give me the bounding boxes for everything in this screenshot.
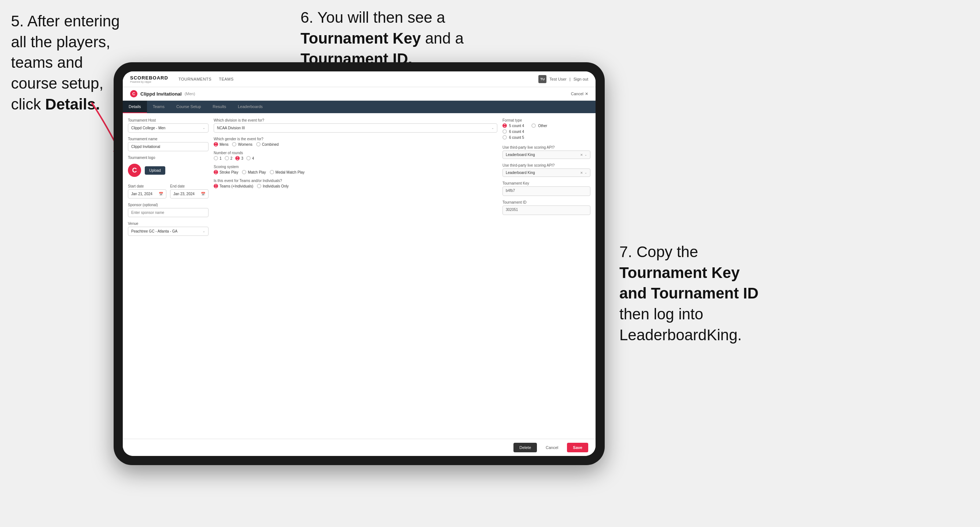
leaderboard-api2-arrow-icon: ⌄ [585,171,587,174]
leaderboard-api2-field: Use third-party live scoring API? Leader… [503,163,590,177]
rounds-4[interactable]: 4 [246,156,255,160]
rounds-3-radio[interactable] [235,156,240,160]
tournament-title: C Clippd Invitational (Men) [130,90,195,97]
tournament-header: C Clippd Invitational (Men) Cancel ✕ [123,87,595,101]
nav-tournaments[interactable]: TOURNAMENTS [178,77,212,81]
nav-separator: | [570,77,571,81]
save-button[interactable]: Save [567,443,588,452]
tournament-cancel-button[interactable]: Cancel ✕ [571,92,588,96]
brand-name: SCOREBOARD [130,75,168,81]
format-6count4-radio[interactable] [503,129,507,134]
venue-input[interactable]: Peachtree GC - Atlanta - GA ⌄ [128,227,208,236]
leaderboard-api1-input[interactable]: Leaderboard King ✕ ⌄ [503,151,590,159]
tournament-id-field: Tournament ID 302051 [503,200,590,215]
tab-teams[interactable]: Teams [147,101,170,113]
teams-field: Is this event for Teams and/or Individua… [214,179,497,188]
delete-button[interactable]: Delete [514,443,537,452]
gender-mens[interactable]: Mens [214,142,228,146]
leaderboard-api2-clear-icon[interactable]: ✕ [580,171,583,175]
user-name: Test User [549,77,566,81]
rounds-field: Number of rounds 1 2 3 [214,151,497,160]
scoring-match-play[interactable]: Match Play [242,170,266,174]
nav-links: TOURNAMENTS TEAMS [178,77,531,81]
cancel-button[interactable]: Cancel [540,443,564,452]
tab-leaderboards[interactable]: Leaderboards [232,101,269,113]
sponsor-field: Sponsor (optional) [128,203,208,217]
venue-field: Venue Peachtree GC - Atlanta - GA ⌄ [128,222,208,236]
tournament-name-input[interactable]: Clippd Invitational [128,142,208,151]
sign-out-link[interactable]: Sign out [574,77,588,81]
left-column: Tournament Host Clippd College - Men ⌄ T… [128,118,208,433]
tournament-host-label: Tournament Host [128,118,208,122]
teams-plus-individuals[interactable]: Teams (+Individuals) [214,184,253,188]
sponsor-input[interactable] [128,208,208,217]
tournament-key-value: b4fb7 [503,186,590,196]
format-type-label: Format type [503,118,590,122]
division-arrow-icon: ⌄ [492,126,494,130]
format-6count5[interactable]: 6 count 5 [503,135,524,140]
format-6count5-radio[interactable] [503,135,507,140]
rounds-2[interactable]: 2 [225,156,233,160]
bottom-action-bar: Delete Cancel Save [123,439,595,456]
scoring-medal-match[interactable]: Medal Match Play [270,170,305,174]
division-label: Which division is the event for? [214,118,497,122]
individuals-only[interactable]: Individuals Only [257,184,289,188]
main-content: Tournament Host Clippd College - Men ⌄ T… [123,113,595,439]
tournament-name-field: Tournament name Clippd Invitational [128,137,208,151]
scoring-match-radio[interactable] [242,170,246,174]
tournament-id-label: Tournament ID [503,200,590,204]
format-other[interactable]: Other [531,124,547,128]
tournament-logo-field: Tournament logo C Upload [128,156,208,180]
scoring-radio-group: Stroke Play Match Play Medal Match Play [214,170,497,174]
gender-womens[interactable]: Womens [232,142,252,146]
leaderboard-api1-clear-icon[interactable]: ✕ [580,153,583,157]
user-avatar: TU [538,75,546,83]
start-date-label: Start date [128,184,166,188]
scoring-label: Scoring system [214,165,497,169]
tournament-host-input[interactable]: Clippd College - Men ⌄ [128,124,208,133]
scoring-stroke-play[interactable]: Stroke Play [214,170,238,174]
gender-mens-radio[interactable] [214,142,218,146]
gender-combined-radio[interactable] [256,142,261,146]
brand-subtitle: Powered by clippd [130,81,168,83]
division-input[interactable]: NCAA Division III ⌄ [214,124,497,133]
right-column: Format type 5 count 4 6 count 4 [503,118,590,433]
end-date-calendar-icon: 📅 [201,192,205,196]
scoring-stroke-radio[interactable] [214,170,218,174]
format-6count4[interactable]: 6 count 4 [503,129,524,134]
end-date-input[interactable]: Jan 23, 2024 📅 [170,189,208,198]
scoring-medal-radio[interactable] [270,170,274,174]
tab-details[interactable]: Details [123,101,147,113]
gender-womens-radio[interactable] [232,142,236,146]
tab-results[interactable]: Results [207,101,232,113]
tournament-host-field: Tournament Host Clippd College - Men ⌄ [128,118,208,133]
end-date-label: End date [170,184,208,188]
rounds-1[interactable]: 1 [214,156,222,160]
start-date-input[interactable]: Jan 21, 2024 📅 [128,189,166,198]
nav-teams[interactable]: TEAMS [219,77,234,81]
gender-radio-group: Mens Womens Combined [214,142,497,146]
logo-upload-area: C Upload [128,161,208,180]
tab-bar: Details Teams Course Setup Results Leade… [123,101,595,113]
rounds-2-radio[interactable] [225,156,229,160]
individuals-only-radio[interactable] [257,184,261,188]
logo-preview: C [128,164,141,177]
rounds-1-radio[interactable] [214,156,218,160]
teams-plus-radio[interactable] [214,184,218,188]
format-5count4-radio[interactable] [503,124,507,128]
format-5count4[interactable]: 5 count 4 [503,124,524,128]
tab-course-setup[interactable]: Course Setup [170,101,207,113]
rounds-3[interactable]: 3 [235,156,243,160]
format-other-radio[interactable] [531,124,536,128]
tournament-key-label: Tournament Key [503,181,590,185]
rounds-4-radio[interactable] [246,156,251,160]
gender-combined[interactable]: Combined [256,142,279,146]
end-date-field: End date Jan 23, 2024 📅 [170,184,208,198]
top-nav: SCOREBOARD Powered by clippd TOURNAMENTS… [123,71,595,87]
tournament-name: Clippd Invitational [140,91,182,97]
leaderboard-api2-input[interactable]: Leaderboard King ✕ ⌄ [503,168,590,177]
upload-button[interactable]: Upload [145,166,165,175]
tournament-name-label: Tournament name [128,137,208,141]
venue-label: Venue [128,222,208,225]
start-date-calendar-icon: 📅 [159,192,163,196]
